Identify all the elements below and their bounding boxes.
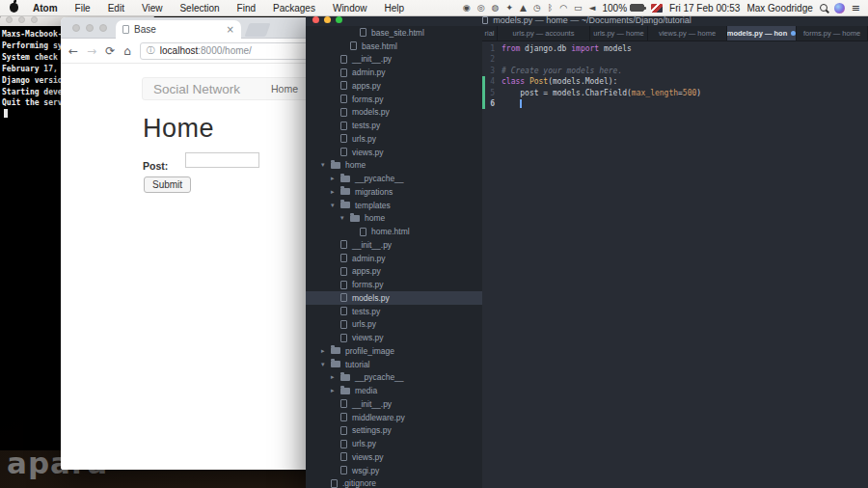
tree-item-middleware.py[interactable]: middleware.py bbox=[306, 411, 482, 424]
tree-item-views.py[interactable]: views.py bbox=[306, 146, 482, 159]
atom-close-icon[interactable] bbox=[312, 16, 319, 23]
browser-minimize-icon[interactable] bbox=[86, 24, 94, 32]
tree-item-views.py[interactable]: views.py bbox=[306, 450, 482, 464]
reload-icon[interactable]: ⟳ bbox=[105, 45, 115, 57]
tree-item-__init__.py[interactable]: __init__.py bbox=[306, 397, 482, 411]
keyboard-layout-flag-icon[interactable] bbox=[651, 4, 663, 13]
battery-indicator[interactable]: 100% bbox=[602, 3, 644, 14]
spotlight-search-icon[interactable] bbox=[820, 4, 827, 12]
tree-item-__pycache__[interactable]: ▸__pycache__ bbox=[306, 371, 482, 385]
tree-item-tests.py[interactable]: tests.py bbox=[306, 119, 482, 132]
terminal-close-icon[interactable] bbox=[6, 16, 13, 23]
browser-zoom-icon[interactable] bbox=[99, 24, 107, 32]
editor-tab[interactable]: models.py — hon bbox=[727, 26, 797, 41]
editor-tab[interactable]: forms.py — home bbox=[797, 26, 868, 41]
menubar-user[interactable]: Max Goodridge bbox=[746, 3, 812, 14]
tree-item-apps.py[interactable]: apps.py bbox=[306, 265, 482, 279]
app-icon[interactable]: ✦ bbox=[505, 0, 513, 16]
tree-item-migrations[interactable]: ▸migrations bbox=[306, 185, 482, 199]
submit-button[interactable]: Submit bbox=[144, 176, 191, 193]
tree-item-home[interactable]: ▾home bbox=[306, 159, 482, 173]
back-icon[interactable]: ← bbox=[68, 45, 78, 57]
code-editor[interactable]: 1from django.db import models23# Create … bbox=[482, 41, 868, 488]
tree-item-home.html[interactable]: home.html bbox=[306, 225, 482, 238]
tree-item-home[interactable]: ▾home bbox=[306, 212, 482, 226]
tree-item-base.html[interactable]: base.html bbox=[306, 40, 482, 53]
site-brand[interactable]: Social Network bbox=[153, 82, 240, 96]
menu-view[interactable]: View bbox=[133, 0, 172, 16]
folder-icon bbox=[340, 176, 350, 182]
menu-edit[interactable]: Edit bbox=[99, 0, 133, 16]
tree-item-settings.py[interactable]: settings.py bbox=[306, 424, 482, 438]
new-tab-button[interactable] bbox=[244, 23, 270, 37]
tree-item-models.py[interactable]: models.py bbox=[306, 291, 482, 305]
tree-item-wsgi.py[interactable]: wsgi.py bbox=[306, 464, 482, 477]
swirl-icon[interactable]: ◍ bbox=[492, 0, 500, 16]
siri-icon[interactable] bbox=[834, 3, 845, 14]
tree-item-forms.py[interactable]: forms.py bbox=[306, 93, 482, 106]
atom-zoom-icon[interactable] bbox=[336, 16, 342, 23]
tree-item-.gitignore[interactable]: .gitignore bbox=[306, 477, 482, 488]
post-input[interactable] bbox=[185, 152, 259, 168]
nav-link-home[interactable]: Home bbox=[271, 83, 298, 95]
tree-item-media[interactable]: ▸media bbox=[306, 384, 482, 397]
tab-label: models.py — hon bbox=[727, 29, 787, 38]
menubar-clock[interactable]: Fri 17 Feb 00:53 bbox=[669, 3, 740, 14]
terminal-zoom-icon[interactable] bbox=[31, 16, 38, 23]
editor-tab[interactable]: views.py — home bbox=[648, 26, 727, 41]
code-text: from django.db import models bbox=[502, 43, 632, 54]
atom-minimize-icon[interactable] bbox=[324, 16, 331, 23]
globe-icon[interactable]: ◎ bbox=[477, 0, 485, 16]
editor-tab[interactable]: rial bbox=[482, 26, 498, 41]
tree-item-admin.py[interactable]: admin.py bbox=[306, 252, 482, 265]
airplay-icon[interactable]: ▭ bbox=[574, 0, 583, 16]
tree-item-label: views.py bbox=[352, 452, 384, 462]
code-line: 1from django.db import models bbox=[482, 43, 868, 54]
tree-item-models.py[interactable]: models.py bbox=[306, 106, 482, 120]
tree-item-urls.py[interactable]: urls.py bbox=[306, 318, 482, 332]
tree-item-__init__.py[interactable]: __init__.py bbox=[306, 238, 482, 252]
time-machine-icon[interactable]: ◷ bbox=[533, 0, 541, 16]
folder-icon bbox=[331, 361, 340, 367]
bluetooth-icon[interactable]: ᛒ bbox=[548, 0, 553, 16]
menu-packages[interactable]: Packages bbox=[264, 0, 324, 16]
tree-item-forms.py[interactable]: forms.py bbox=[306, 278, 482, 291]
tree-item-__init__.py[interactable]: __init__.py bbox=[306, 53, 482, 67]
tree-item-urls.py[interactable]: urls.py bbox=[306, 437, 482, 450]
tree-item-__pycache__[interactable]: ▸__pycache__ bbox=[306, 172, 482, 185]
apple-icon[interactable] bbox=[10, 3, 18, 13]
menu-find[interactable]: Find bbox=[229, 0, 264, 16]
menu-selection[interactable]: Selection bbox=[171, 0, 228, 16]
tree-item-admin.py[interactable]: admin.py bbox=[306, 66, 482, 79]
code-line: 6 bbox=[482, 98, 868, 109]
terminal-minimize-icon[interactable] bbox=[18, 16, 25, 23]
tree-item-base_site.html[interactable]: base_site.html bbox=[306, 26, 482, 40]
menu-file[interactable]: File bbox=[67, 0, 99, 16]
tab-close-icon[interactable]: × bbox=[227, 24, 234, 35]
record-icon[interactable]: ◉ bbox=[463, 0, 471, 16]
browser-tab[interactable]: Base × bbox=[116, 20, 241, 39]
tree-item-urls.py[interactable]: urls.py bbox=[306, 132, 482, 146]
forward-icon[interactable]: → bbox=[87, 45, 96, 57]
wifi-icon[interactable]: ◠ bbox=[559, 0, 567, 16]
tree-item-profile_image[interactable]: ▸profile_image bbox=[306, 344, 482, 358]
tree-item-tutorial[interactable]: ▾tutorial bbox=[306, 358, 482, 371]
editor-tab[interactable]: urls.py — accounts bbox=[498, 26, 590, 41]
tree-item-label: __pycache__ bbox=[355, 372, 404, 382]
tree-item-apps.py[interactable]: apps.py bbox=[306, 79, 482, 93]
tree-item-tests.py[interactable]: tests.py bbox=[306, 305, 482, 318]
browser-close-icon[interactable] bbox=[72, 24, 80, 32]
volume-icon[interactable]: ◄ bbox=[589, 0, 596, 16]
menu-window[interactable]: Window bbox=[324, 0, 376, 16]
tree-item-views.py[interactable]: views.py bbox=[306, 331, 482, 344]
tree-item-templates[interactable]: ▾templates bbox=[306, 199, 482, 212]
menu-atom[interactable]: Atom bbox=[24, 0, 67, 16]
home-icon[interactable]: ⌂ bbox=[123, 45, 131, 57]
notification-center-icon[interactable]: ≡ bbox=[852, 2, 860, 14]
line-number: 5 bbox=[482, 88, 502, 98]
editor-tab[interactable]: urls.py — home bbox=[590, 26, 648, 41]
site-info-icon[interactable]: ⓘ bbox=[147, 44, 155, 57]
menu-help[interactable]: Help bbox=[376, 0, 414, 16]
play-icon[interactable]: ▲ bbox=[520, 0, 527, 16]
file-tree: base_site.htmlbase.html__init__.pyadmin.… bbox=[306, 26, 482, 488]
